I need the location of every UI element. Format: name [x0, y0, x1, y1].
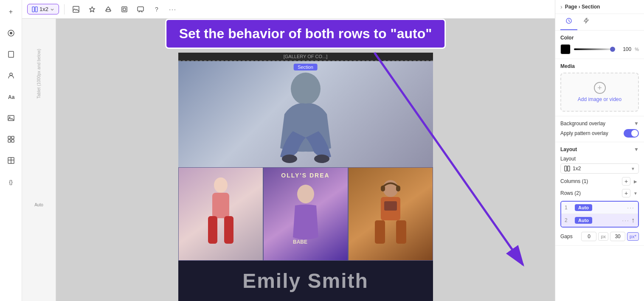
svg-rect-20	[123, 8, 126, 11]
color-unit: %	[635, 47, 639, 52]
svg-rect-30	[224, 216, 233, 244]
layout-select-chevron: ▼	[631, 166, 635, 171]
breakpoint-sidebar: Tablet (1000px and below) Auto	[22, 19, 56, 301]
top-image	[178, 61, 433, 167]
svg-point-25	[282, 155, 297, 163]
toolbar-separator	[64, 4, 65, 14]
row-1-num: 1	[565, 205, 571, 211]
svg-rect-14	[32, 7, 34, 12]
gaps-vertical-input[interactable]	[610, 232, 625, 241]
svg-rect-41	[565, 166, 567, 171]
row-1-auto-badge: Auto	[575, 204, 592, 211]
page-icon[interactable]	[4, 48, 18, 61]
annotation-box: Set the behavior of both rows to "auto"	[165, 19, 446, 49]
photo-top	[178, 61, 433, 167]
right-panel: › Page › Section Color 100 % Media	[555, 0, 644, 301]
overlay-section: Background overlay ▼ Apply pattern overl…	[555, 116, 644, 142]
rows-dropdown-btn[interactable]: ▼	[632, 189, 639, 197]
photo-cell-1	[178, 167, 263, 261]
section-badge[interactable]: Section	[293, 64, 318, 70]
apply-pattern-toggle[interactable]	[624, 129, 639, 138]
svg-point-3	[10, 73, 12, 76]
color-value: 100	[619, 46, 631, 52]
media-label: Add image or video	[570, 96, 630, 102]
lightning-tab[interactable]	[577, 14, 594, 30]
image-icon[interactable]	[4, 111, 18, 125]
layout-section-title: Layout	[560, 146, 577, 152]
layout-collapse-btn[interactable]: ▼	[634, 146, 639, 152]
frame-toolbar-btn[interactable]	[118, 3, 131, 16]
text-icon[interactable]: Aa	[4, 90, 18, 104]
media-section-title: Media	[560, 63, 639, 69]
style-tab[interactable]	[560, 14, 577, 30]
add-icon[interactable]: +	[4, 5, 18, 19]
left-sidebar: + Aa {}	[0, 0, 22, 301]
layout-select-value: 1x2	[573, 166, 581, 172]
svg-marker-17	[90, 7, 95, 12]
panel-header: › Page › Section	[555, 0, 644, 14]
code-icon[interactable]: {}	[4, 175, 18, 188]
top-toolbar: 1x2 ? ···	[22, 0, 555, 19]
apply-pattern-label: Apply pattern overlay	[560, 130, 608, 136]
rows-controls: + ▼	[622, 189, 639, 197]
color-section: Color 100 %	[555, 31, 644, 59]
columns-add-btn[interactable]: +	[622, 177, 630, 186]
canvas-container: Tablet (1000px and below) Auto Set the b…	[22, 19, 555, 301]
row-item-1[interactable]: 1 Auto ···	[561, 202, 638, 214]
columns-label: Columns (1)	[560, 178, 588, 184]
gaps-label: Gaps	[560, 233, 573, 239]
more-toolbar-btn[interactable]: ···	[166, 3, 179, 16]
svg-rect-37	[396, 220, 406, 244]
gaps-unit-px-star[interactable]: px*	[627, 232, 639, 241]
panel-tabs	[555, 14, 644, 31]
svg-rect-40	[384, 201, 397, 211]
svg-rect-9	[8, 140, 11, 142]
columns-controls: + ▶	[622, 177, 639, 186]
panel-chevron-btn[interactable]: ›	[560, 3, 562, 10]
layout-button[interactable]: 1x2	[27, 4, 59, 14]
rows-row: Rows (2) + ▼	[560, 189, 639, 197]
layout-select[interactable]: 1x2 ▼	[560, 163, 639, 174]
svg-rect-8	[11, 136, 14, 139]
row-2-more-btn[interactable]: ···	[622, 217, 630, 224]
background-overlay-label: Background overlay	[560, 121, 605, 127]
color-swatch[interactable]	[560, 44, 571, 54]
background-overlay-chevron[interactable]: ▼	[634, 121, 639, 127]
overlay-text-1: OLLY'S DREA	[281, 172, 329, 179]
layers-icon[interactable]	[4, 26, 18, 40]
rows-add-btn[interactable]: +	[622, 189, 630, 197]
svg-rect-2	[8, 51, 14, 57]
row-1-more-btn[interactable]: ···	[627, 204, 635, 211]
color-slider-thumb[interactable]	[610, 47, 615, 52]
help-toolbar-btn[interactable]: ?	[150, 3, 163, 16]
svg-point-24	[291, 73, 321, 105]
row-2-num: 2	[565, 217, 571, 223]
gaps-unit-px[interactable]: px	[598, 232, 608, 241]
media-section: Media + Add image or video	[555, 59, 644, 116]
layout-section: Layout ▼ Layout 1x2 ▼ Columns (1) + ▶ Ro…	[555, 142, 644, 246]
row-item-2[interactable]: 2 Auto ··· ↑	[561, 214, 638, 227]
media-box[interactable]: + Add image or video	[560, 73, 639, 112]
users-icon[interactable]	[4, 69, 18, 82]
chat-toolbar-btn[interactable]	[134, 3, 147, 16]
svg-point-27	[214, 177, 228, 193]
gaps-row: Gaps px px*	[560, 232, 639, 241]
main-area: 1x2 ? ··· Tablet (1000px and be	[22, 0, 555, 301]
color-slider[interactable]	[574, 48, 616, 50]
columns-dropdown-btn[interactable]: ▶	[632, 177, 639, 186]
photo-section: Section	[178, 61, 433, 301]
hat-toolbar-btn[interactable]	[102, 3, 115, 16]
gallery-label: [GALLERY OF CO...]	[178, 53, 433, 61]
svg-rect-36	[375, 220, 385, 244]
grid-icon[interactable]	[4, 132, 18, 146]
gaps-horizontal-input[interactable]	[581, 232, 596, 241]
star-toolbar-btn[interactable]	[86, 3, 98, 16]
breadcrumb-parent[interactable]: Page	[565, 4, 577, 10]
gallery-toolbar-btn[interactable]	[70, 3, 82, 16]
artist-name: Emily Smith	[178, 261, 433, 301]
svg-rect-29	[208, 216, 217, 244]
rows-label: Rows (2)	[560, 190, 581, 196]
table-icon[interactable]	[4, 154, 18, 167]
svg-point-31	[297, 185, 314, 203]
svg-point-26	[314, 155, 329, 163]
